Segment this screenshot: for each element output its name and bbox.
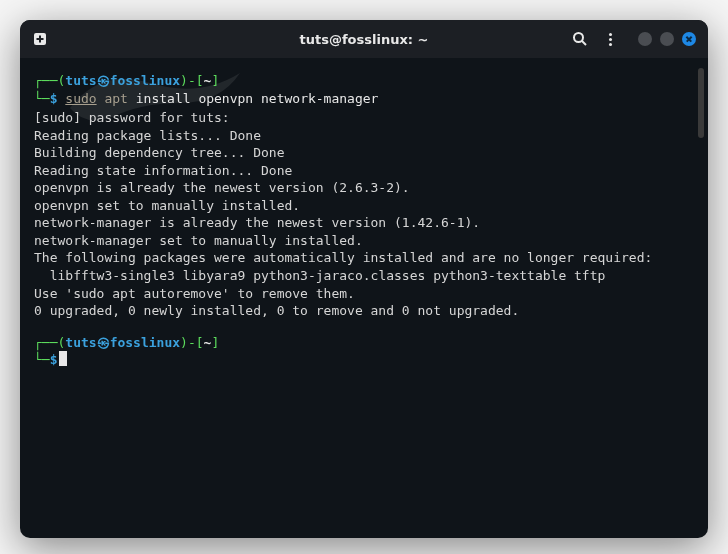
prompt-line-1: ┌──(tuts㉿fosslinux)-[~] └─$ sudo apt ins… — [34, 72, 698, 107]
output-line: [sudo] password for tuts: — [34, 109, 698, 127]
output-line: libfftw3-single3 libyara9 python3-jaraco… — [34, 267, 698, 285]
prompt-at: ㉿ — [97, 72, 110, 90]
minimize-button[interactable] — [638, 32, 652, 46]
svg-point-3 — [574, 33, 583, 42]
scrollbar[interactable] — [698, 68, 704, 138]
output-line: Reading package lists... Done — [34, 127, 698, 145]
menu-icon[interactable] — [602, 31, 618, 47]
window-controls — [638, 32, 696, 46]
svg-rect-2 — [37, 38, 44, 40]
output-line: openvpn is already the newest version (2… — [34, 179, 698, 197]
terminal-body[interactable]: ┌──(tuts㉿fosslinux)-[~] └─$ sudo apt ins… — [20, 58, 708, 538]
prompt-at: ㉿ — [97, 334, 110, 352]
prompt-user: tuts — [65, 72, 96, 90]
output-line: network-manager is already the newest ve… — [34, 214, 698, 232]
output-line: network-manager set to manually installe… — [34, 232, 698, 250]
prompt-decor: )-[ — [180, 72, 203, 90]
prompt-dollar: $ — [50, 351, 58, 369]
prompt-line-2: ┌──(tuts㉿fosslinux)-[~] └─$ — [34, 334, 698, 369]
command-apt: apt — [104, 90, 127, 108]
terminal-content: ┌──(tuts㉿fosslinux)-[~] └─$ sudo apt ins… — [34, 72, 698, 369]
search-icon[interactable] — [572, 31, 588, 47]
prompt-path: ~ — [204, 334, 212, 352]
prompt-host: fosslinux — [110, 334, 180, 352]
output-line: Building dependency tree... Done — [34, 144, 698, 162]
titlebar: tuts@fosslinux: ~ — [20, 20, 708, 58]
window-title: tuts@fosslinux: ~ — [300, 32, 429, 47]
prompt-decor: )-[ — [180, 334, 203, 352]
cursor — [59, 351, 67, 366]
output-line: openvpn set to manually installed. — [34, 197, 698, 215]
prompt-decor: └─ — [34, 351, 50, 369]
command-sudo: sudo — [65, 90, 96, 108]
svg-line-4 — [582, 41, 586, 45]
new-tab-icon[interactable] — [32, 31, 48, 47]
prompt-decor: ┌──( — [34, 72, 65, 90]
close-button[interactable] — [682, 32, 696, 46]
titlebar-right — [572, 31, 696, 47]
output-line: Reading state information... Done — [34, 162, 698, 180]
terminal-window: tuts@fosslinux: ~ ┌──(tuts㉿fosslinux)-[~… — [20, 20, 708, 538]
prompt-decor: └─ — [34, 90, 50, 108]
output-line: The following packages were automaticall… — [34, 249, 698, 267]
prompt-decor: ] — [211, 72, 219, 90]
prompt-decor: ┌──( — [34, 334, 65, 352]
maximize-button[interactable] — [660, 32, 674, 46]
prompt-dollar: $ — [50, 90, 58, 108]
output-line: 0 upgraded, 0 newly installed, 0 to remo… — [34, 302, 698, 320]
prompt-decor: ] — [211, 334, 219, 352]
prompt-host: fosslinux — [110, 72, 180, 90]
prompt-path: ~ — [204, 72, 212, 90]
prompt-user: tuts — [65, 334, 96, 352]
command-args: install openvpn network-manager — [136, 90, 379, 108]
output-line: Use 'sudo apt autoremove' to remove them… — [34, 285, 698, 303]
